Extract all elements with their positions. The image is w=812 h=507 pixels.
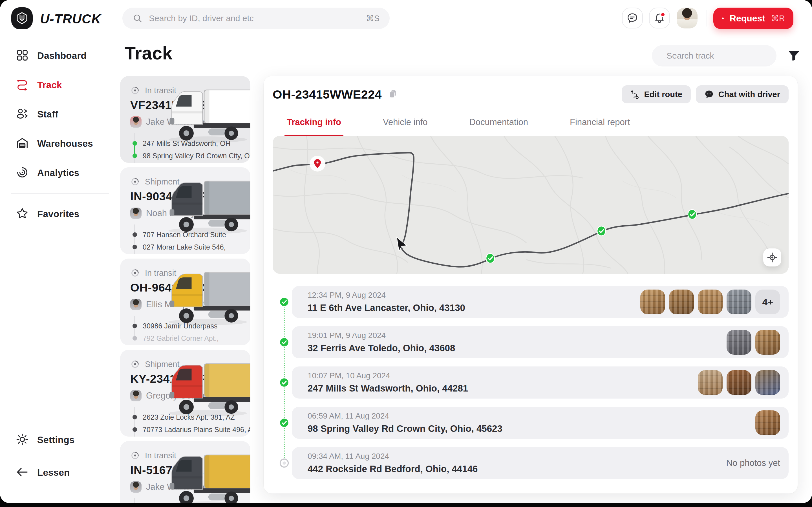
sidebar-item-dashboard[interactable]: Dashboard: [0, 46, 120, 66]
global-search-input[interactable]: [149, 13, 360, 23]
driver-avatar: [130, 299, 142, 310]
tab-tracking-info[interactable]: Tracking info: [287, 112, 341, 136]
shipment-card[interactable]: In transit OH-96415GFC145 Ellis Marquard…: [120, 259, 250, 345]
driver-name: Ellis Marquardt: [146, 299, 204, 309]
sidebar-item-settings[interactable]: Settings: [0, 430, 120, 450]
copy-id-button[interactable]: [388, 89, 398, 100]
shipment-card[interactable]: In transit IN-51678URE401 Jake Williamso…: [120, 441, 250, 503]
messages-button[interactable]: [622, 8, 643, 29]
sidebar-item-staff[interactable]: Staff: [0, 104, 120, 124]
status-label: Shipment: [145, 360, 180, 369]
tab-documentation[interactable]: Documentation: [469, 112, 528, 136]
filter-button[interactable]: [787, 49, 801, 62]
truck-image: [161, 87, 250, 144]
topbar: U-TRUCK ⌘S: [0, 0, 812, 37]
status-label: Shipment: [145, 177, 180, 186]
copy-icon: [388, 89, 398, 99]
track-search-input[interactable]: [666, 51, 775, 61]
more-photos-badge[interactable]: 4+: [755, 290, 780, 314]
checkpoint-time: 19:01 PM, 9 Aug 2024: [308, 331, 455, 340]
locate-button[interactable]: [763, 248, 781, 267]
shipment-id: KY-23415JNF155: [130, 372, 240, 386]
checkpoint-time: 10:07 PM, 10 Aug 2024: [308, 371, 468, 380]
notifications-button[interactable]: [649, 8, 670, 29]
edit-route-button[interactable]: Edit route: [622, 86, 691, 103]
warehouse-photo[interactable]: [669, 290, 694, 314]
shipment-card[interactable]: In transit VF23415WWE224 Jake Williamson…: [120, 76, 250, 163]
driver-avatar: [130, 482, 142, 493]
sidebar-item-favorites[interactable]: Favorites: [0, 204, 120, 224]
request-button[interactable]: Request ⌘R: [713, 8, 794, 29]
stop-address: 98 Spring Valley Rd Crown City, OH: [130, 150, 240, 162]
timeline-row: 19:01 PM, 9 Aug 2024 32 Ferris Ave Toled…: [292, 326, 789, 358]
user-avatar[interactable]: [677, 8, 698, 29]
truck-illustration: [161, 269, 250, 327]
checkpoint-done-icon: [279, 337, 290, 348]
map-checkpoint[interactable]: [596, 225, 607, 238]
crosshair-icon: [767, 252, 777, 263]
warehouse-photo[interactable]: [755, 370, 780, 395]
checkpoint-info: 19:01 PM, 9 Aug 2024 32 Ferris Ave Toled…: [308, 331, 455, 353]
status-label: In transit: [145, 269, 176, 278]
truck-illustration: [161, 87, 250, 144]
track-search[interactable]: [652, 45, 776, 66]
sidebar-item-track[interactable]: Track: [0, 75, 120, 95]
timeline-row: 06:59 AM, 11 Aug 2024 98 Spring Valley R…: [292, 407, 789, 439]
chat-with-driver-button[interactable]: Chat with driver: [696, 86, 789, 103]
checkpoint-time: 12:34 PM, 9 Aug 2024: [308, 291, 465, 300]
status-ring-icon: [130, 268, 140, 278]
global-search[interactable]: ⌘S: [122, 8, 390, 29]
search-shortcut: ⌘S: [366, 13, 379, 23]
stop-connector: [134, 316, 135, 324]
sidebar-item-lessen[interactable]: Lessen: [0, 462, 120, 483]
warehouse-photo[interactable]: [755, 330, 780, 355]
warehouse-photo[interactable]: [726, 290, 751, 314]
stops-list: 2623 Zoie Locks Apt. 381, AZ 70773 Ladar…: [130, 411, 240, 437]
tab-vehicle-info[interactable]: Vehicle info: [383, 112, 428, 136]
checkpoint-address: 11 E 6th Ave Lancaster, Ohio, 43130: [308, 302, 465, 313]
shipment-status: In transit: [130, 86, 240, 95]
sidebar-item-label: Staff: [37, 109, 58, 120]
checkpoint-pending-icon: [279, 458, 290, 468]
warehouse-photo[interactable]: [698, 370, 723, 395]
stop-dot: [133, 154, 137, 158]
status-label: In transit: [145, 86, 176, 95]
stop-address: 027 Morar Lake Suite 546,: [130, 241, 240, 253]
status-ring-icon: [130, 359, 140, 369]
shipment-card[interactable]: Shipment KY-23415JNF155 Gregory Corwin 2…: [120, 350, 250, 437]
track-icon: [16, 78, 29, 92]
warehouse-photo[interactable]: [755, 410, 780, 435]
sidebar-item-label: Settings: [37, 435, 75, 445]
shipment-id: OH-96415GFC145: [130, 281, 240, 294]
checkpoint-done-icon: [279, 417, 290, 428]
driver-avatar: [130, 390, 142, 401]
map-checkpoint[interactable]: [485, 252, 496, 265]
utruck-logo-icon[interactable]: [11, 7, 33, 29]
tracking-timeline: 12:34 PM, 9 Aug 2024 11 E 6th Ave Lancas…: [273, 286, 789, 486]
shipment-card[interactable]: Shipment IN-9034677ZFG154 Noah Flatley 7…: [120, 167, 250, 254]
route-map[interactable]: [273, 136, 789, 274]
map-checkpoint[interactable]: [687, 209, 698, 221]
warehouse-photo[interactable]: [726, 370, 751, 395]
map-current-location-pin[interactable]: [308, 155, 326, 174]
driver-row: Noah Flatley: [130, 208, 240, 219]
timeline-row: 10:07 PM, 10 Aug 2024 247 Mills St Wadsw…: [292, 367, 789, 399]
photo-thumbnails: [698, 370, 780, 395]
detail-panel: OH-23415WWE224 Edit route Chat with driv…: [264, 76, 798, 494]
chat-bubble-icon: [627, 12, 638, 24]
button-label: Chat with driver: [718, 90, 780, 99]
driver-row: Gregory Corwin: [130, 390, 240, 401]
sidebar-item-analytics[interactable]: Analytics: [0, 163, 120, 183]
warehouse-photo[interactable]: [726, 330, 751, 355]
page-title: Track: [124, 43, 172, 64]
checkpoint-address: 98 Spring Valley Rd Crown City, Ohio, 45…: [308, 424, 502, 434]
warehouse-photo[interactable]: [640, 290, 665, 314]
driver-row: Jake Williamson: [130, 482, 240, 493]
tab-financial-report[interactable]: Financial report: [570, 112, 630, 136]
stop-connector: [134, 498, 135, 503]
warehouse-photo[interactable]: [698, 290, 723, 314]
sidebar-item-warehouses[interactable]: Warehouses: [0, 133, 120, 154]
settings-icon: [16, 433, 29, 447]
checkpoint-done-icon: [279, 297, 290, 307]
stop-address: 30986 Jamir Underpass: [130, 320, 240, 332]
